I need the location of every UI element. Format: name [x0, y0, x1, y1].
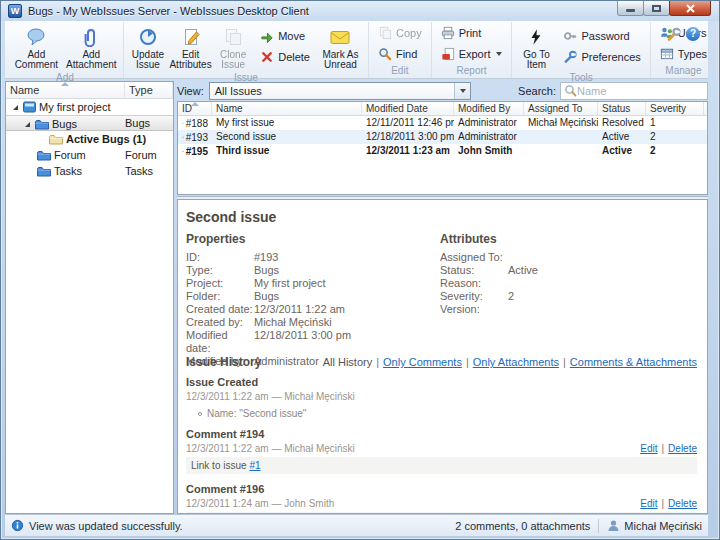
tree-item-bugs[interactable]: Bugs Bugs — [6, 115, 173, 131]
toolbar-group-issue: Update Issue Edit Attributes Clone Issue… — [123, 22, 368, 78]
delete-button[interactable]: Delete — [254, 48, 316, 66]
tree-item-project[interactable]: My first project — [6, 99, 173, 115]
delete-comment-link[interactable]: Delete — [668, 443, 697, 454]
filter-all-history[interactable]: All History — [323, 356, 373, 368]
types-button[interactable]: Types — [654, 45, 713, 63]
go-to-item-icon — [527, 27, 545, 47]
types-table-icon — [660, 47, 674, 61]
move-icon — [260, 29, 274, 43]
preferences-button[interactable]: Preferences — [557, 48, 646, 66]
edit-comment-link[interactable]: Edit — [640, 443, 657, 454]
tree-item-forum[interactable]: Forum Forum — [6, 147, 173, 163]
attachment-icon — [81, 27, 101, 47]
filter-folder-icon — [49, 134, 63, 145]
update-icon — [138, 27, 158, 47]
column-header-modified-date[interactable]: Modified Date — [362, 102, 454, 115]
find-button[interactable]: Find — [372, 45, 428, 63]
titlebar: W Bugs - My WebIssues Server - WebIssues… — [1, 1, 719, 21]
close-window-button[interactable] — [669, 1, 711, 16]
copy-icon — [378, 26, 392, 40]
properties-section: Properties ID:#193 Type:Bugs Project:My … — [186, 232, 436, 368]
folder-icon — [35, 119, 49, 130]
password-key-icon — [563, 29, 577, 43]
clone-issue-button[interactable]: Clone Issue — [212, 22, 254, 71]
minimize-button[interactable] — [617, 1, 644, 16]
divider — [598, 519, 599, 533]
column-header-status[interactable]: Status — [598, 102, 646, 115]
edit-comment-link[interactable]: Edit — [640, 498, 657, 509]
edit-icon — [181, 27, 201, 47]
issue-row-193-selected[interactable]: #193 Second issue 12/18/2011 3:00 pm Adm… — [178, 130, 707, 144]
export-pdf-icon — [441, 47, 455, 61]
update-issue-button[interactable]: Update Issue — [127, 22, 169, 71]
folder-icon — [37, 150, 51, 161]
issue-row-188[interactable]: #188 My first issue 12/11/2011 12:46 pm … — [178, 116, 707, 130]
status-bar: View was updated successfully. 2 comment… — [5, 514, 708, 536]
mark-as-unread-button[interactable]: Mark As Unread — [316, 22, 365, 71]
tree-item-active-bugs[interactable]: Active Bugs (1) — [6, 131, 173, 147]
find-icon — [378, 47, 392, 61]
edit-attributes-button[interactable]: Edit Attributes — [169, 22, 212, 71]
column-header-id[interactable]: ID — [178, 102, 212, 115]
status-message: View was updated successfully. — [29, 520, 183, 532]
view-dropdown-value: All Issues — [210, 85, 454, 97]
tree-column-header-type[interactable]: Type — [125, 82, 173, 98]
tree-column-header-name[interactable]: Name — [6, 82, 125, 98]
unread-envelope-icon — [330, 30, 350, 45]
bullet-icon — [198, 412, 202, 416]
settings-wrench-button[interactable] — [666, 27, 681, 42]
toolbar-group-tools: Go To Item Password Preferences Tools — [511, 22, 649, 78]
column-header-assigned-to[interactable]: Assigned To — [524, 102, 598, 115]
export-button[interactable]: Export — [435, 45, 509, 63]
comment-attachment-counts: 2 comments, 0 attachments — [455, 520, 590, 532]
filter-only-attachments[interactable]: Only Attachments — [473, 356, 559, 368]
issue-details-panel: Second issue Properties ID:#193 Type:Bug… — [177, 199, 708, 514]
view-label: View: — [177, 85, 204, 97]
view-dropdown[interactable]: All Issues — [209, 82, 471, 100]
issue-row-195-unread[interactable]: #195 Third issue 12/3/2011 1:23 am John … — [178, 144, 707, 158]
search-input[interactable] — [577, 85, 704, 97]
go-to-item-button[interactable]: Go To Item — [515, 22, 557, 71]
maximize-icon — [652, 5, 661, 12]
filter-only-comments[interactable]: Only Comments — [383, 356, 462, 368]
export-menu-arrow-icon — [496, 52, 502, 56]
tree-item-tasks[interactable]: Tasks Tasks — [6, 163, 173, 179]
current-user: Michał Męciński — [624, 520, 702, 532]
preferences-wrench-icon — [563, 50, 577, 64]
toolbar: Add Comment Add Attachment Add Update Is… — [5, 21, 708, 79]
expander-icon[interactable] — [13, 105, 18, 110]
delete-comment-link[interactable]: Delete — [668, 498, 697, 509]
issue-history-section: Issue History All History|Only Comments|… — [186, 355, 697, 514]
minimize-icon — [626, 9, 635, 12]
search-box — [560, 82, 708, 100]
column-header-name[interactable]: Name — [212, 102, 362, 115]
add-comment-button[interactable]: Add Comment — [10, 22, 63, 71]
column-header-severity[interactable]: Severity — [646, 102, 704, 115]
maximize-button[interactable] — [643, 1, 670, 16]
user-icon — [607, 519, 620, 532]
sort-arrow-icon — [191, 102, 199, 106]
toolbar-group-report: Print Export Report — [431, 22, 512, 78]
print-icon — [441, 26, 455, 40]
view-bar: View: All Issues Search: — [177, 81, 708, 100]
password-button[interactable]: Password — [557, 27, 646, 45]
history-entry-created: Issue Created 12/3/2011 1:22 am — Michał… — [186, 376, 697, 419]
expander-icon[interactable] — [25, 122, 30, 127]
close-icon — [686, 4, 695, 13]
copy-button[interactable]: Copy — [372, 24, 428, 42]
issue-list: ID Name Modified Date Modified By Assign… — [177, 101, 708, 195]
sort-arrow-icon — [61, 82, 69, 86]
column-header-modified-by[interactable]: Modified By — [454, 102, 524, 115]
info-icon — [11, 519, 24, 532]
toolbar-group-edit: Copy Find Edit — [368, 22, 431, 78]
project-icon — [23, 101, 36, 113]
move-button[interactable]: Move — [254, 27, 316, 45]
filter-comments-attachments[interactable]: Comments & Attachments — [570, 356, 697, 368]
print-button[interactable]: Print — [435, 24, 509, 42]
help-button[interactable]: ? — [686, 27, 700, 41]
project-tree-panel: Name Type My first project Bugs Bugs Act… — [5, 81, 174, 514]
dropdown-arrow-icon — [460, 89, 466, 93]
history-entry-comment-194: Comment #194 12/3/2011 1:22 am — Michał … — [186, 428, 697, 474]
add-attachment-button[interactable]: Add Attachment — [63, 22, 120, 71]
issue-link[interactable]: #1 — [249, 460, 260, 471]
